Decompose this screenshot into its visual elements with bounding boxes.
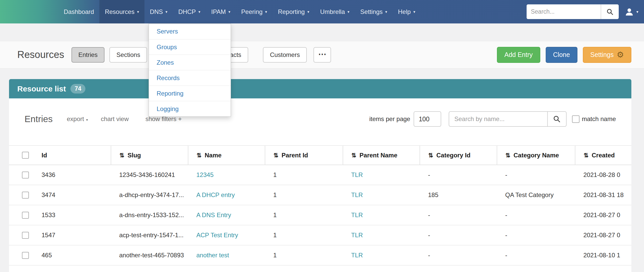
global-search-button[interactable] (601, 4, 619, 19)
global-search-input[interactable] (527, 4, 601, 19)
cell-created: 2021-08-28 0 (575, 165, 631, 185)
caret-down-icon (348, 10, 350, 14)
clone-button[interactable]: Clone (546, 47, 577, 63)
menu-item-logging[interactable]: Logging (149, 101, 231, 116)
sort-icon (197, 152, 202, 159)
table-row: 465 another-test-465-70893 another test … (9, 245, 631, 265)
nav-item-label: Help (398, 8, 411, 15)
nav-item-label: Umbrella (320, 8, 345, 15)
resource-table: Id Slug Name Parent Id Parent Name Categ… (9, 145, 631, 266)
cell-category-name: - (497, 205, 575, 225)
name-search-group (449, 111, 567, 127)
name-search-button[interactable] (547, 111, 567, 127)
panel-body: Entries export chart view show filters +… (9, 98, 631, 272)
column-header-created[interactable]: Created (575, 146, 631, 165)
menu-item-reporting[interactable]: Reporting (149, 86, 231, 101)
cell-id: 1533 (42, 205, 111, 225)
panel-header: Resource list 74 (9, 79, 631, 98)
nav-item-label: Peering (241, 8, 263, 15)
entry-name-link[interactable]: 12345 (196, 171, 214, 178)
panel-title: Resource list (17, 84, 66, 93)
nav-item-dashboard[interactable]: Dashboard (58, 0, 99, 23)
nav-item-settings[interactable]: Settings (355, 0, 392, 23)
parent-name-link[interactable]: TLR (351, 211, 363, 218)
row-checkbox[interactable] (22, 232, 29, 239)
nav-item-label: DNS (150, 8, 163, 15)
caret-down-icon (165, 10, 167, 14)
column-header-category-name[interactable]: Category Name (497, 146, 575, 165)
entry-name-link[interactable]: A DNS Entry (196, 211, 231, 218)
header-actions: Add Entry Clone Settings (492, 47, 631, 63)
caret-down-icon (265, 10, 267, 14)
add-entry-button[interactable]: Add Entry (497, 47, 540, 63)
table-header-row: Id Slug Name Parent Id Parent Name Categ… (9, 146, 631, 165)
entries-toolbar: Entries export chart view show filters +… (9, 98, 631, 127)
user-menu[interactable] (624, 7, 638, 17)
nav-item-label: Dashboard (64, 8, 94, 15)
cell-parent-name: TLR (343, 165, 420, 185)
cell-parent-id: 1 (265, 205, 343, 225)
global-search-group (527, 4, 619, 19)
cell-slug: 12345-3436-160241 (111, 165, 188, 185)
tab-entries[interactable]: Entries (71, 47, 105, 63)
column-header-slug[interactable]: Slug (111, 146, 188, 165)
nav-item-help[interactable]: Help (393, 0, 421, 23)
navbar-right (527, 4, 638, 19)
tab-customers[interactable]: Customers (263, 47, 307, 63)
settings-button[interactable]: Settings (583, 47, 631, 63)
cell-category-id: - (420, 205, 497, 225)
caret-down-icon (307, 10, 309, 14)
row-checkbox[interactable] (22, 192, 29, 199)
cell-select (9, 245, 42, 265)
column-header-parent-id[interactable]: Parent Id (265, 146, 343, 165)
nav-item-ipam[interactable]: IPAM (206, 0, 236, 23)
select-all-checkbox[interactable] (22, 152, 29, 159)
nav-item-dns[interactable]: DNS (144, 0, 173, 23)
cell-id: 3436 (42, 165, 111, 185)
cell-parent-name: TLR (343, 205, 420, 225)
nav-item-umbrella[interactable]: Umbrella (315, 0, 355, 23)
items-per-page-input[interactable] (414, 111, 441, 127)
parent-name-link[interactable]: TLR (351, 171, 363, 178)
entry-name-link[interactable]: A DHCP entry (196, 191, 235, 198)
cell-parent-id: 1 (265, 225, 343, 245)
column-header-name[interactable]: Name (188, 146, 265, 165)
nav-item-dhcp[interactable]: DHCP (173, 0, 206, 23)
caret-down-icon (228, 10, 230, 14)
cell-id: 3474 (42, 185, 111, 205)
entry-name-link[interactable]: ACP Test Entry (196, 232, 238, 239)
menu-item-groups[interactable]: Groups (149, 39, 231, 55)
row-checkbox[interactable] (22, 172, 29, 178)
nav-item-peering[interactable]: Peering (236, 0, 272, 23)
tab-sections[interactable]: Sections (109, 47, 147, 63)
menu-item-zones[interactable]: Zones (149, 55, 231, 70)
cell-created: 2021-08-27 0 (575, 205, 631, 225)
resource-list-panel: Resource list 74 Entries export chart vi… (9, 79, 631, 272)
parent-name-link[interactable]: TLR (351, 191, 363, 198)
parent-name-link[interactable]: TLR (351, 252, 363, 259)
caret-down-icon (86, 118, 88, 122)
parent-name-link[interactable]: TLR (351, 232, 363, 239)
row-checkbox[interactable] (22, 212, 29, 219)
export-dropdown[interactable]: export (67, 115, 88, 123)
caret-down-icon (413, 10, 415, 14)
nav-items: Dashboard Resources DNS DHCP IPAM Peerin… (58, 0, 421, 23)
row-checkbox[interactable] (22, 252, 29, 259)
entry-name-link[interactable]: another test (196, 252, 229, 259)
nav-item-resources[interactable]: Resources (99, 0, 144, 23)
column-header-parent-name[interactable]: Parent Name (343, 146, 420, 165)
menu-item-servers[interactable]: Servers (149, 24, 231, 39)
table-row: 1533 a-dns-entry-1533-152... A DNS Entry… (9, 205, 631, 225)
cell-created: 2021-08-27 0 (575, 225, 631, 245)
column-header-category-id[interactable]: Category Id (420, 146, 497, 165)
menu-item-records[interactable]: Records (149, 70, 231, 86)
nav-item-reporting[interactable]: Reporting (272, 0, 315, 23)
chart-view-link[interactable]: chart view (101, 115, 129, 123)
match-name-checkbox[interactable] (572, 115, 579, 123)
cell-slug: acp-test-entry-1547-1... (111, 225, 188, 245)
more-tabs-button[interactable] (313, 47, 331, 63)
cell-parent-name: TLR (343, 225, 420, 245)
name-search-input[interactable] (449, 111, 547, 127)
count-badge: 74 (70, 84, 85, 94)
cell-slug: a-dhcp-entry-3474-17... (111, 185, 188, 205)
